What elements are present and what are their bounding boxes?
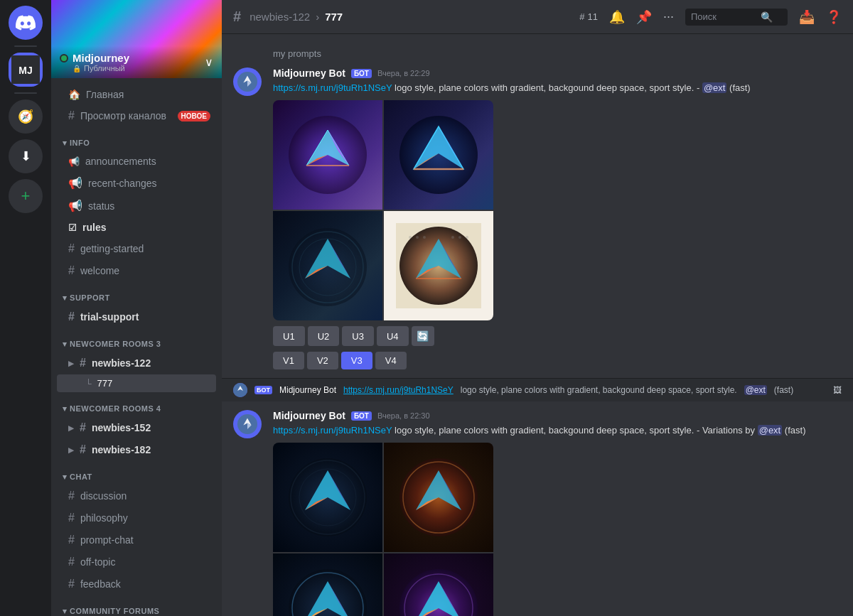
add-server-button[interactable]: + xyxy=(9,179,43,213)
action-buttons-v: V1 V2 V3 V4 xyxy=(273,352,842,369)
image-grid-1 xyxy=(273,100,493,320)
nav-off-topic[interactable]: # off-topic xyxy=(57,551,216,573)
nav-newbies-182[interactable]: ▶ # newbies-182 xyxy=(57,439,216,460)
nav-philosophy[interactable]: # philosophy xyxy=(57,507,216,529)
search-input[interactable] xyxy=(691,11,755,22)
bot-badge-1: БОТ xyxy=(351,69,372,78)
pinned-bar: БОТ Midjourney Bot https://s.mj.run/j9tu… xyxy=(222,378,853,401)
action-buttons-1: U1 U2 U3 U4 🔄 xyxy=(273,326,842,346)
section-info[interactable]: ▾ INFO xyxy=(51,127,222,151)
nav-newbies-122[interactable]: ▶ # newbies-122 xyxy=(57,352,216,374)
v3-button[interactable]: V3 xyxy=(341,352,372,369)
svg-point-25 xyxy=(423,236,426,239)
time-2: Вчера, в 22:30 xyxy=(377,411,430,420)
messages-area: my prompts Midjourney Bot БОТ Вчера, в 2… xyxy=(222,34,853,616)
pinned-link[interactable]: https://s.mj.run/j9tuRh1NSeY xyxy=(343,385,454,395)
help-icon[interactable]: ❓ xyxy=(826,9,842,25)
message-content-2: Midjourney Bot БОТ Вчера, в 22:30 https:… xyxy=(273,410,842,616)
nav-recent-changes[interactable]: 📢 recent-changes xyxy=(57,172,216,194)
u4-button[interactable]: U4 xyxy=(377,326,409,346)
icon-bar: MJ 🧭 ⬇ + xyxy=(0,0,51,616)
mention-1: @ext xyxy=(702,82,727,93)
message-content-1: Midjourney Bot БОТ Вчера, в 22:29 https:… xyxy=(273,67,842,369)
pinned-image-icon: 🖼 xyxy=(833,385,842,395)
section-chat[interactable]: ▾ CHAT xyxy=(51,461,222,485)
server-nav: 🏠 Главная # Просмотр каналов НОВОЕ ▾ INF… xyxy=(51,78,222,616)
section-newcomer4[interactable]: ▾ NEWCOMER ROOMS 4 xyxy=(51,393,222,416)
grid-image-2-br[interactable] xyxy=(384,553,493,616)
pinned-bot-badge: БОТ xyxy=(254,386,272,394)
server-status: 🔒 Публичный xyxy=(60,64,129,72)
member-count: # 11 xyxy=(579,11,598,22)
server-header[interactable]: Midjourney 🔒 Публичный ∨ xyxy=(51,0,222,78)
grid-image-2-tr[interactable] xyxy=(384,443,493,552)
message-link-2[interactable]: https://s.mj.run/j9tuRh1NSeY xyxy=(273,425,392,436)
nav-rules[interactable]: ☑ rules xyxy=(57,217,216,237)
mention-2: @ext xyxy=(758,425,783,436)
nav-newbies-152[interactable]: ▶ # newbies-152 xyxy=(57,417,216,438)
grid-image-1-br[interactable] xyxy=(384,211,493,320)
grid-image-1-tr[interactable] xyxy=(384,100,493,210)
message-group-1: Midjourney Bot БОТ Вчера, в 22:29 https:… xyxy=(222,65,853,372)
server-menu-chevron: ∨ xyxy=(205,55,213,69)
pinned-mention: @ext xyxy=(744,385,767,395)
channel-breadcrumb: newbies-122 › 777 xyxy=(250,11,343,23)
author-1: Midjourney Bot xyxy=(273,67,345,79)
nav-trial-support[interactable]: # trial-support xyxy=(57,306,216,328)
nav-discussion[interactable]: # discussion xyxy=(57,485,216,507)
pin-icon[interactable]: 📌 xyxy=(636,9,652,25)
discord-home-button[interactable] xyxy=(9,6,43,40)
more-icon[interactable]: ··· xyxy=(663,9,674,24)
online-indicator xyxy=(60,54,68,63)
my-prompts-label: my prompts xyxy=(222,45,853,65)
nav-home[interactable]: 🏠 Главная xyxy=(57,85,216,104)
search-icon: 🔍 xyxy=(761,11,773,23)
nav-status[interactable]: 📢 status xyxy=(57,195,216,217)
download-button[interactable]: ⬇ xyxy=(9,139,43,173)
midjourney-server-icon[interactable]: MJ xyxy=(9,53,43,87)
v4-button[interactable]: V4 xyxy=(375,352,407,369)
breadcrumb-parent: newbies-122 xyxy=(250,11,310,23)
nav-getting-started[interactable]: # getting-started xyxy=(57,238,216,259)
message-link-1[interactable]: https://s.mj.run/j9tuRh1NSeY xyxy=(273,82,392,93)
pinned-avatar xyxy=(233,383,247,397)
nav-browse-channels[interactable]: # Просмотр каналов НОВОЕ xyxy=(57,105,216,126)
section-community[interactable]: ▾ COMMUNITY FORUMS xyxy=(51,595,222,616)
u3-button[interactable]: U3 xyxy=(342,326,374,346)
icon-bar-divider2 xyxy=(14,92,37,94)
grid-image-2-tl[interactable] xyxy=(273,443,382,552)
section-support[interactable]: ▾ SUPPORT xyxy=(51,282,222,306)
svg-point-23 xyxy=(409,236,412,239)
nav-feedback[interactable]: # feedback xyxy=(57,573,216,595)
svg-point-27 xyxy=(458,236,461,239)
bell-icon[interactable]: 🔔 xyxy=(609,9,625,25)
grid-image-1-tl[interactable] xyxy=(273,100,382,210)
svg-point-26 xyxy=(451,236,454,239)
refresh-button[interactable]: 🔄 xyxy=(412,326,434,346)
nav-prompt-chat[interactable]: # prompt-chat xyxy=(57,529,216,551)
explore-button[interactable]: 🧭 xyxy=(9,99,43,134)
grid-image-1-bl[interactable] xyxy=(273,211,382,320)
header-icons: # 11 🔔 📌 ··· 🔍 📥 ❓ xyxy=(579,9,842,26)
search-bar[interactable]: 🔍 xyxy=(685,9,788,26)
u1-button[interactable]: U1 xyxy=(273,326,305,346)
pinned-speed: (fast) xyxy=(774,385,793,395)
nav-welcome[interactable]: # welcome xyxy=(57,260,216,281)
svg-text:MJ: MJ xyxy=(18,65,32,76)
nav-announcements[interactable]: 📢 announcements xyxy=(57,151,216,171)
channel-hash-icon: # xyxy=(233,9,241,25)
inbox-icon[interactable]: 📥 xyxy=(799,9,815,25)
u2-button[interactable]: U2 xyxy=(308,326,340,346)
breadcrumb-separator: › xyxy=(316,11,319,23)
v2-button[interactable]: V2 xyxy=(307,352,338,369)
v1-button[interactable]: V1 xyxy=(273,352,304,369)
section-newcomer3[interactable]: ▾ NEWCOMER ROOMS 3 xyxy=(51,328,222,352)
grid-image-2-bl[interactable] xyxy=(273,553,382,616)
pinned-text: logo style, plane colors with gradient, … xyxy=(461,385,737,395)
message-text-1: https://s.mj.run/j9tuRh1NSeY logo style,… xyxy=(273,82,842,94)
message-text-2: https://s.mj.run/j9tuRh1NSeY logo style,… xyxy=(273,424,842,437)
svg-point-33 xyxy=(233,383,247,397)
message-group-2: Midjourney Bot БОТ Вчера, в 22:30 https:… xyxy=(222,407,853,616)
nav-777[interactable]: └ 777 xyxy=(57,374,216,392)
avatar-1 xyxy=(233,67,262,96)
